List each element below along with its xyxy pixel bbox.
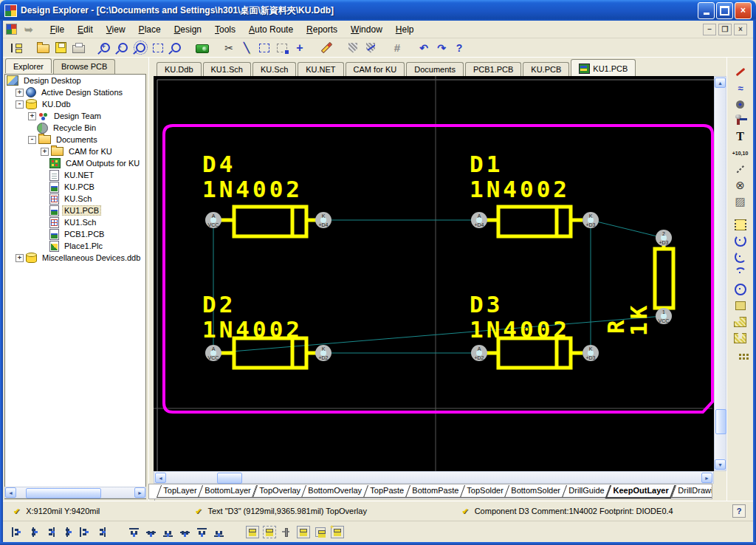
place-arc-angle-button[interactable] — [731, 265, 750, 281]
doc-tab-ku-ddb[interactable]: KU.Ddb — [157, 62, 202, 76]
help-button[interactable]: ? — [450, 40, 468, 56]
doc-tab-cam-for-ku[interactable]: CAM for KU — [346, 62, 405, 76]
place-component-button[interactable] — [731, 216, 750, 233]
minimize-button[interactable] — [698, 2, 715, 19]
place-dimension-button[interactable] — [731, 161, 750, 177]
zoom-out-button[interactable]: - — [114, 40, 131, 56]
expand-icon[interactable] — [16, 254, 24, 262]
place-fill-hatched-button[interactable]: ▨ — [731, 193, 750, 210]
designator-text[interactable]: D4 — [202, 151, 236, 177]
space-vertical-equal-button[interactable] — [176, 524, 193, 540]
collapse-icon[interactable] — [28, 136, 36, 144]
move-to-grid-button[interactable] — [295, 524, 312, 540]
layer-tab-keepoutlayer[interactable]: KeepOutLayer — [605, 485, 676, 498]
tree-item-design-team[interactable]: Design Team — [5, 110, 145, 122]
interactive-array-button[interactable] — [329, 524, 346, 540]
system-menu-icon[interactable] — [6, 24, 17, 35]
doc-tab-ku1-sch[interactable]: KU1.Sch — [203, 62, 251, 76]
deselect-button[interactable] — [273, 40, 291, 56]
undo-button[interactable]: ↶ — [415, 40, 433, 56]
menu-file[interactable]: File — [44, 23, 71, 36]
shield-apply-button[interactable] — [344, 40, 362, 56]
select-connection-button[interactable]: ╲ — [238, 40, 255, 56]
mdi-restore-button[interactable]: ❐ — [718, 24, 732, 35]
arrange-in-rectangle-button[interactable] — [261, 524, 278, 540]
tree-item-ku1-pcb[interactable]: KU1.PCB — [5, 205, 145, 216]
layer-tab-topsolder[interactable]: TopSolder — [460, 485, 510, 498]
placement-grid-button[interactable] — [278, 524, 295, 540]
collapse-icon[interactable] — [16, 100, 24, 109]
tree-item-ku1-sch[interactable]: KU1.Sch — [5, 216, 145, 228]
tab-explorer[interactable]: Explorer — [5, 58, 52, 73]
menu-view[interactable]: View — [100, 23, 132, 36]
mdi-minimize-button[interactable]: – — [703, 24, 716, 35]
save-button[interactable] — [52, 40, 69, 56]
place-track-button[interactable] — [731, 64, 750, 80]
component-placement-button[interactable] — [312, 524, 329, 540]
layer-tab-bottompaste[interactable]: BottomPaste — [405, 485, 465, 498]
doc-tab-ku-pcb[interactable]: KU.PCB — [523, 62, 569, 76]
designator-text[interactable]: D3 — [470, 291, 503, 318]
layer-tab-bottomlayer[interactable]: BottomLayer — [198, 485, 258, 498]
place-keepout-button[interactable]: ⊗ — [731, 177, 750, 193]
layer-tab-bottomoverlay[interactable]: BottomOverlay — [301, 485, 368, 498]
select-area-button[interactable] — [255, 40, 273, 56]
tree-item-cam-for-ku[interactable]: CAM for KU — [5, 145, 145, 157]
canvas-horizontal-scrollbar[interactable]: ◄ ► — [154, 471, 714, 484]
doc-tab-pcb1-pcb[interactable]: PCB1.PCB — [465, 62, 521, 76]
scroll-left-arrow[interactable]: ◄ — [5, 487, 16, 498]
expand-icon[interactable] — [41, 148, 49, 156]
tree-item-place1-plc[interactable]: Place1.Plc — [5, 240, 145, 252]
menu-place[interactable]: Place — [132, 23, 168, 36]
designator-text[interactable]: D2 — [202, 291, 236, 318]
space-horizontal-equal-button[interactable] — [58, 524, 75, 540]
comment-text[interactable]: 1N4002 — [202, 176, 303, 202]
expand-icon[interactable] — [28, 112, 36, 120]
layer-tab-toplayer[interactable]: TopLayer — [157, 485, 203, 498]
tab-browse-pcb[interactable]: Browse PCB — [53, 59, 115, 74]
place-coordinate-button[interactable]: +10,10 — [731, 145, 750, 161]
tree-item-cam-outputs-for-ku[interactable]: CAM Outputs for KU — [5, 157, 145, 169]
close-button[interactable]: × — [735, 2, 752, 19]
expand-vertical-spacing-button[interactable] — [193, 524, 210, 540]
tree-item-recycle-bin[interactable]: Recycle Bin — [5, 122, 145, 134]
align-right-button[interactable] — [41, 524, 58, 540]
doc-tab-ku-sch[interactable]: KU.Sch — [252, 62, 296, 76]
align-center-horizontal-button[interactable] — [24, 524, 41, 540]
menu-edit[interactable]: Edit — [71, 23, 100, 36]
doc-tab-documents[interactable]: Documents — [406, 62, 464, 76]
scroll-thumb[interactable] — [26, 488, 101, 498]
arrange-in-room-button[interactable] — [244, 524, 261, 540]
place-full-circle-button[interactable] — [731, 281, 750, 298]
tree-item-ku-sch[interactable]: KU.Sch — [5, 193, 145, 205]
comment-text[interactable]: 1K — [625, 303, 652, 336]
place-split-plane-button[interactable] — [731, 330, 750, 346]
place-array-button[interactable] — [731, 346, 750, 363]
canvas-vertical-scrollbar[interactable]: ▲ ▼ — [714, 76, 726, 471]
tree-item-ku-pcb[interactable]: KU.PCB — [5, 181, 145, 193]
tree-item-documents[interactable]: Documents — [5, 134, 145, 145]
place-pad-button[interactable] — [731, 96, 750, 112]
designator-text[interactable]: D1 — [470, 151, 503, 177]
place-interactive-route-button[interactable]: ≈ — [731, 80, 750, 96]
move-button[interactable]: + — [291, 40, 309, 56]
tree-item-design-desktop[interactable]: Design Desktop — [5, 75, 145, 86]
place-fill-button[interactable] — [731, 298, 750, 314]
wizard-button[interactable] — [317, 40, 335, 56]
menu-help[interactable]: Help — [389, 23, 421, 36]
shrink-vertical-spacing-button[interactable] — [210, 524, 227, 540]
align-middle-button[interactable] — [142, 524, 159, 540]
expand-icon[interactable] — [16, 89, 24, 97]
place-arc-center-button[interactable] — [731, 249, 750, 265]
layer-tab-toppaste[interactable]: TopPaste — [363, 485, 410, 498]
menu-tools[interactable]: Tools — [208, 23, 242, 36]
scroll-left-arrow[interactable]: ◄ — [155, 473, 166, 483]
layer-tab-topoverlay[interactable]: TopOverlay — [252, 485, 307, 498]
status-help-button[interactable]: ? — [732, 504, 746, 518]
zoom-point-button[interactable] — [167, 40, 185, 56]
panel-horizontal-scrollbar[interactable]: ◄ ► — [4, 487, 146, 498]
down-arrow-icon[interactable]: ➥ — [24, 24, 33, 35]
layer-tab-drilldrawing[interactable]: DrillDrawing — [671, 485, 713, 498]
tree-item-ku-net[interactable]: KU.NET — [5, 169, 145, 181]
align-bottom-button[interactable] — [159, 524, 176, 540]
